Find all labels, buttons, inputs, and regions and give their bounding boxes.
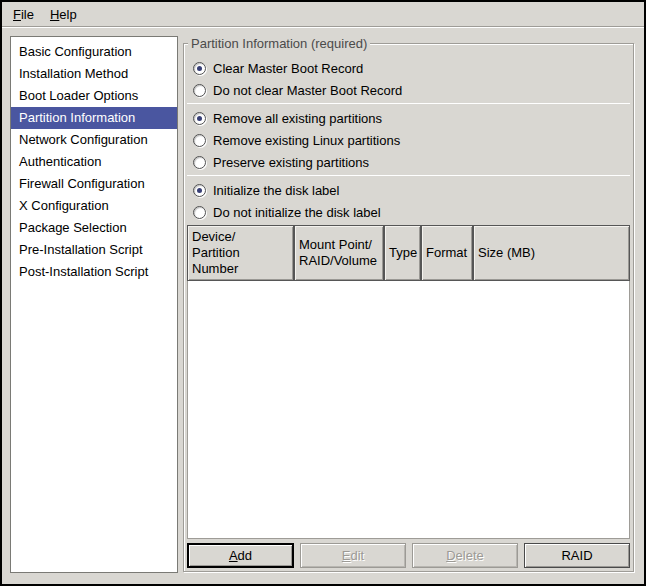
radio-button-icon[interactable] <box>193 184 206 197</box>
column-header-size-mb[interactable]: Size (MB) <box>473 225 630 281</box>
add-button-label: Add <box>229 548 252 563</box>
radio-clear-mbr-label: Clear Master Boot Record <box>213 61 363 76</box>
frame-content: Clear Master Boot Record Do not clear Ma… <box>184 44 633 571</box>
edit-button-label: Edit <box>342 548 364 563</box>
sidebar-item-network-configuration[interactable]: Network Configuration <box>11 129 177 151</box>
column-header-type[interactable]: Type <box>384 225 421 281</box>
sidebar-item-x-configuration[interactable]: X Configuration <box>11 195 177 217</box>
menu-help-label: Help <box>50 7 77 22</box>
raid-button[interactable]: RAID <box>524 543 630 568</box>
radio-remove-linux-partitions-label: Remove existing Linux partitions <box>213 133 400 148</box>
sidebar-item-post-installation-script[interactable]: Post-Installation Script <box>11 261 177 283</box>
sidebar-item-partition-information[interactable]: Partition Information <box>11 107 177 129</box>
partition-information-frame: Partition Information (required) Clear M… <box>183 43 634 572</box>
raid-button-label: RAID <box>561 548 592 563</box>
frame-title: Partition Information (required) <box>188 36 370 51</box>
radio-button-icon[interactable] <box>193 156 206 169</box>
radio-remove-all-partitions-label: Remove all existing partitions <box>213 111 382 126</box>
radio-initialize-disk-label[interactable]: Initialize the disk label <box>187 179 630 201</box>
menu-file[interactable]: File <box>5 4 42 25</box>
category-list: Basic Configuration Installation Method … <box>10 36 178 573</box>
radio-button-icon[interactable] <box>193 84 206 97</box>
radio-do-not-clear-mbr-label: Do not clear Master Boot Record <box>213 83 402 98</box>
delete-button[interactable]: Delete <box>412 543 518 568</box>
radio-do-not-clear-mbr[interactable]: Do not clear Master Boot Record <box>187 79 630 101</box>
menubar-separator <box>2 26 644 28</box>
separator <box>187 103 630 104</box>
sidebar-item-authentication[interactable]: Authentication <box>11 151 177 173</box>
radio-clear-mbr[interactable]: Clear Master Boot Record <box>187 57 630 79</box>
column-header-device-partition-number[interactable]: Device/ Partition Number <box>187 225 294 281</box>
edit-button[interactable]: Edit <box>300 543 406 568</box>
menubar: File Help <box>2 2 644 26</box>
add-button[interactable]: Add <box>187 543 294 568</box>
radio-initialize-disk-label-label: Initialize the disk label <box>213 183 339 198</box>
menu-help[interactable]: Help <box>42 4 85 25</box>
sidebar-item-package-selection[interactable]: Package Selection <box>11 217 177 239</box>
radio-preserve-partitions-label: Preserve existing partitions <box>213 155 369 170</box>
radio-preserve-partitions[interactable]: Preserve existing partitions <box>187 151 630 173</box>
sidebar-item-basic-configuration[interactable]: Basic Configuration <box>11 41 177 63</box>
radio-button-icon[interactable] <box>193 112 206 125</box>
sidebar-item-pre-installation-script[interactable]: Pre-Installation Script <box>11 239 177 261</box>
radio-do-not-initialize-disk-label[interactable]: Do not initialize the disk label <box>187 201 630 223</box>
sidebar-item-firewall-configuration[interactable]: Firewall Configuration <box>11 173 177 195</box>
partition-table: Device/ Partition Number Mount Point/ RA… <box>187 225 630 539</box>
kickstart-configurator-window: File Help Basic Configuration Installati… <box>0 0 646 586</box>
partition-table-body[interactable] <box>187 281 630 539</box>
column-header-format[interactable]: Format <box>421 225 473 281</box>
sidebar-item-boot-loader-options[interactable]: Boot Loader Options <box>11 85 177 107</box>
button-row: Add Edit Delete RAID <box>187 543 630 568</box>
menu-file-label: File <box>13 7 34 22</box>
column-header-mount-point-raid-volume[interactable]: Mount Point/ RAID/Volume <box>294 225 384 281</box>
radio-remove-linux-partitions[interactable]: Remove existing Linux partitions <box>187 129 630 151</box>
radio-button-icon[interactable] <box>193 134 206 147</box>
delete-button-label: Delete <box>446 548 484 563</box>
sidebar-item-installation-method[interactable]: Installation Method <box>11 63 177 85</box>
radio-do-not-initialize-disk-label-label: Do not initialize the disk label <box>213 205 381 220</box>
radio-remove-all-partitions[interactable]: Remove all existing partitions <box>187 107 630 129</box>
separator <box>187 175 630 176</box>
radio-button-icon[interactable] <box>193 62 206 75</box>
radio-button-icon[interactable] <box>193 206 206 219</box>
partition-table-header: Device/ Partition Number Mount Point/ RA… <box>187 225 630 281</box>
